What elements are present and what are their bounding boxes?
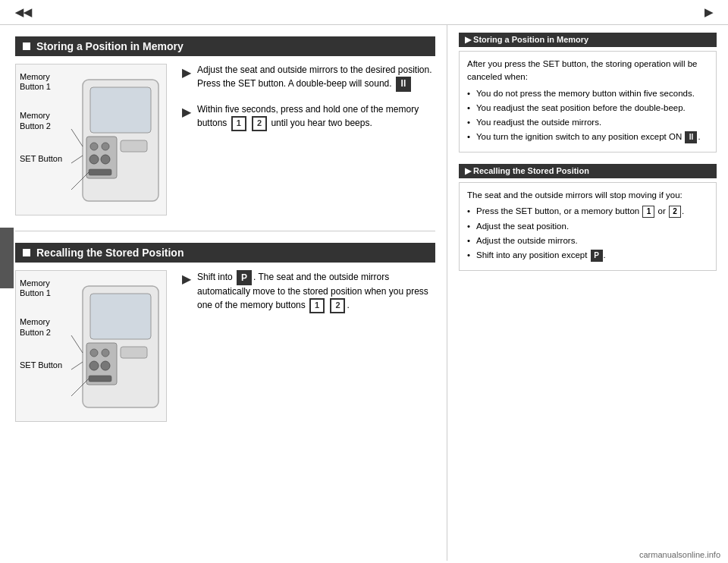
label2-memory-btn2: Memory Button 2 (20, 317, 62, 337)
badge-recall-1: 1 (309, 298, 325, 313)
label2-set-btn-text: SET Button (20, 360, 62, 370)
car-illustration-storing (67, 64, 166, 215)
svg-point-6 (89, 155, 99, 164)
right-panel: ▶ Storing a Position in Memory After you… (447, 25, 728, 561)
section-divider (15, 231, 435, 231)
left-nav-arrow[interactable]: ◀◀ (15, 6, 32, 18)
step-arrow-1: ▶ (182, 65, 191, 80)
section-storing-title: Storing a Position in Memory (36, 40, 184, 52)
svg-rect-1 (90, 87, 151, 133)
info-intro-storing: After you press the SET button, the stor… (467, 58, 708, 84)
info-badge-2: 2 (669, 206, 681, 218)
info-badge-ii: II (685, 131, 697, 143)
info-item-recalling-4: Shift into any position except P. (467, 249, 708, 262)
info-item-recalling-1: Press the SET button, or a memory button… (467, 205, 708, 218)
steps-area-recalling: ▶ Shift into P. The seat and the outside… (182, 270, 435, 325)
page-container: ◀◀ ▶ Storing a Position in Memory (0, 0, 728, 563)
svg-point-17 (102, 349, 109, 357)
label2-memory-btn1-text: Memory Button 1 (20, 278, 51, 298)
section-recalling: Recalling the Stored Position Memory But… (15, 243, 435, 422)
info-box-storing: After you press the SET button, the stor… (459, 51, 717, 153)
badge-recall-2: 2 (330, 298, 345, 313)
svg-point-16 (90, 349, 98, 357)
square-bullet-1 (23, 42, 30, 50)
square-bullet-2 (23, 249, 30, 256)
label-memory-btn1: Memory Button 1 (20, 72, 62, 92)
label-memory-btn2-text: Memory Button 2 (20, 111, 51, 131)
step-arrow-2: ▶ (182, 105, 191, 119)
info-header-storing: ▶ Storing a Position in Memory (459, 33, 717, 47)
info-item-recalling-3: Adjust the outside mirrors. (467, 234, 708, 247)
svg-line-10 (71, 156, 83, 163)
svg-line-9 (71, 129, 83, 146)
steps-area-storing: ▶ Adjust the seat and outside mirrors to… (182, 64, 435, 143)
left-panel: Storing a Position in Memory Memory Butt… (0, 25, 447, 561)
sidebar-tab (0, 228, 14, 288)
label-set-btn: SET Button (20, 154, 62, 164)
label2-set-btn: SET Button (20, 360, 62, 370)
info-header-title-recalling: Recalling the Stored Position (473, 166, 589, 175)
section-recalling-header: Recalling the Stored Position (15, 243, 435, 263)
svg-point-7 (101, 155, 110, 164)
section-storing-header: Storing a Position in Memory (15, 36, 435, 56)
label2-memory-btn2-text: Memory Button 2 (20, 317, 51, 337)
info-item-storing-1: You do not press the memory button withi… (467, 87, 708, 99)
info-box-recalling: The seat and the outside mirrors will st… (459, 182, 717, 271)
info-list-storing: You do not press the memory button withi… (467, 87, 708, 143)
info-section-recalling: ▶ Recalling the Stored Position The seat… (459, 164, 717, 271)
step-text-3: Shift into P. The seat and the outside m… (197, 270, 435, 313)
diagram-labels-recalling: Memory Button 1 Memory Button 2 (20, 278, 62, 389)
svg-point-19 (101, 361, 110, 370)
svg-point-4 (90, 143, 98, 150)
label-set-btn-text: SET Button (20, 154, 62, 164)
step-text-2: Within five seconds, press and hold one … (197, 103, 435, 131)
info-list-recalling: Press the SET button, or a memory button… (467, 205, 708, 262)
step-storing-2: ▶ Within five seconds, press and hold on… (182, 103, 435, 131)
svg-point-5 (102, 143, 109, 150)
car-diagram-recalling: Memory Button 1 Memory Button 2 (15, 270, 167, 422)
info-item-storing-3: You readjust the outside mirrors. (467, 116, 708, 128)
svg-rect-13 (90, 294, 151, 339)
svg-line-22 (71, 362, 83, 370)
badge-1: 1 (231, 116, 246, 131)
label2-memory-btn1: Memory Button 1 (20, 278, 62, 298)
info-item-storing-4: You turn the ignition switch to any posi… (467, 131, 708, 143)
info-badge-1: 1 (642, 206, 654, 218)
info-intro-recalling: The seat and the outside mirrors will st… (467, 189, 708, 202)
label-memory-btn1-text: Memory Button 1 (20, 72, 51, 92)
svg-rect-2 (121, 140, 147, 152)
svg-rect-20 (89, 376, 111, 382)
right-nav-arrow[interactable]: ▶ (704, 6, 713, 18)
badge-ii: II (396, 77, 411, 92)
step-arrow-3: ▶ (182, 272, 191, 286)
top-nav: ◀◀ ▶ (0, 0, 728, 25)
svg-point-18 (89, 361, 99, 370)
info-item-storing-2: You readjust the seat position before th… (467, 102, 708, 114)
label-memory-btn2: Memory Button 2 (20, 111, 62, 131)
info-item-recalling-2: Adjust the seat position. (467, 220, 708, 232)
section-recalling-title: Recalling the Stored Position (36, 247, 184, 259)
info-section-storing: ▶ Storing a Position in Memory After you… (459, 33, 717, 153)
step-text-1: Adjust the seat and outside mirrors to t… (197, 64, 435, 92)
info-header-title-storing: Storing a Position in Memory (473, 35, 588, 44)
info-header-arrow-storing: ▶ (465, 35, 473, 44)
diagram-area-recalling: Memory Button 1 Memory Button 2 (15, 270, 435, 422)
svg-rect-8 (89, 169, 111, 175)
diagram-labels-storing: Memory Button 1 Memory Button 2 (20, 72, 62, 183)
diagram-area-storing: Memory Button 1 Memory Button 2 (15, 64, 435, 215)
car-illustration-recalling (67, 271, 166, 422)
section-storing: Storing a Position in Memory Memory Butt… (15, 36, 435, 215)
step-recalling-1: ▶ Shift into P. The seat and the outside… (182, 270, 435, 313)
watermark: carmanualsonline.info (639, 550, 720, 559)
badge-p: P (237, 270, 252, 285)
badge-2: 2 (252, 116, 267, 131)
info-header-recalling: ▶ Recalling the Stored Position (459, 164, 717, 178)
step-storing-1: ▶ Adjust the seat and outside mirrors to… (182, 64, 435, 92)
svg-rect-14 (121, 347, 147, 358)
car-diagram-storing: Memory Button 1 Memory Button 2 (15, 64, 167, 215)
info-header-arrow-recalling: ▶ (465, 166, 473, 175)
main-content: Storing a Position in Memory Memory Butt… (0, 25, 728, 561)
info-badge-p: P (591, 250, 603, 262)
svg-line-21 (71, 335, 83, 353)
